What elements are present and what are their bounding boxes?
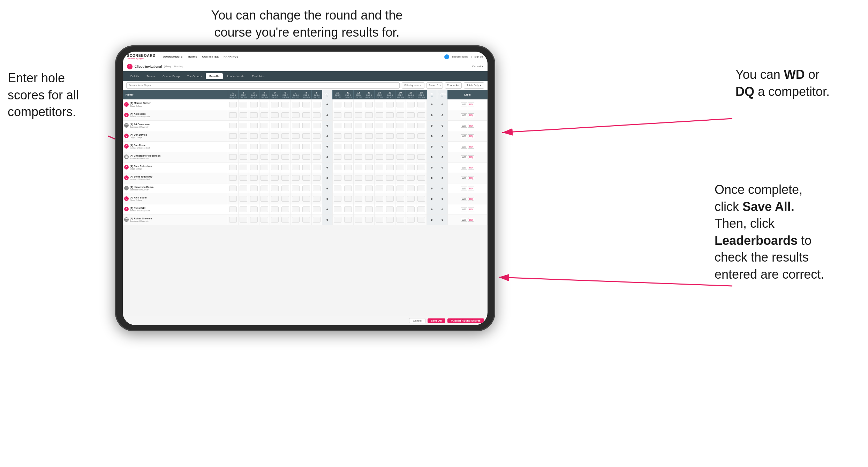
hole-7-input-6[interactable] (290, 162, 301, 173)
hole-15-input-8[interactable] (385, 183, 395, 194)
hole-4-input-1[interactable] (259, 110, 270, 120)
hole-9-input-2[interactable] (311, 120, 322, 131)
hole-16-input-9[interactable] (395, 194, 406, 204)
hole-15-input-9[interactable] (385, 194, 395, 204)
hole-6-input-8[interactable] (280, 183, 290, 194)
hole-11-input-4[interactable] (343, 141, 353, 152)
hole-12-input-0[interactable] (353, 99, 364, 110)
hole-17-input-7[interactable] (406, 173, 416, 183)
hole-16-input-7[interactable] (395, 173, 406, 183)
hole-14-input-8[interactable] (374, 183, 385, 194)
hole-6-input-0[interactable] (280, 99, 290, 110)
hole-9-input-11[interactable] (311, 214, 322, 225)
hole-4-input-4[interactable] (259, 141, 270, 152)
hole-11-input-5[interactable] (343, 152, 353, 162)
hole-18-input-10[interactable] (416, 204, 427, 214)
cancel-button[interactable]: Cancel (409, 318, 425, 323)
hole-15-input-0[interactable] (385, 99, 395, 110)
hole-13-input-11[interactable] (364, 214, 374, 225)
hole-13-input-4[interactable] (364, 141, 374, 152)
hole-11-input-1[interactable] (343, 110, 353, 120)
dq-button-9[interactable]: DQ (468, 197, 474, 201)
hole-8-input-3[interactable] (301, 131, 311, 141)
hole-17-input-0[interactable] (406, 99, 416, 110)
hole-3-input-7[interactable] (249, 173, 259, 183)
hole-12-input-2[interactable] (353, 120, 364, 131)
hole-8-input-5[interactable] (301, 152, 311, 162)
hole-1-input-10[interactable] (228, 204, 238, 214)
hole-4-input-10[interactable] (259, 204, 270, 214)
hole-15-input-10[interactable] (385, 204, 395, 214)
hole-15-input-7[interactable] (385, 173, 395, 183)
hole-9-input-4[interactable] (311, 141, 322, 152)
hole-15-input-6[interactable] (385, 162, 395, 173)
hole-15-input-1[interactable] (385, 110, 395, 120)
hole-14-input-3[interactable] (374, 131, 385, 141)
dq-button-1[interactable]: DQ (468, 113, 474, 117)
dq-button-10[interactable]: DQ (468, 208, 474, 211)
wd-button-5[interactable]: WD (461, 155, 467, 159)
hole-5-input-9[interactable] (270, 194, 280, 204)
hole-7-input-7[interactable] (290, 173, 301, 183)
hole-1-input-6[interactable] (228, 162, 238, 173)
wd-button-9[interactable]: WD (461, 197, 467, 201)
hole-10-input-4[interactable] (332, 141, 343, 152)
hole-12-input-9[interactable] (353, 194, 364, 204)
wd-button-0[interactable]: WD (461, 103, 467, 106)
hole-16-input-3[interactable] (395, 131, 406, 141)
tab-details[interactable]: Details (127, 73, 142, 79)
hole-18-input-6[interactable] (416, 162, 427, 173)
dq-button-11[interactable]: DQ (468, 218, 474, 222)
hole-2-input-10[interactable] (238, 204, 249, 214)
hole-7-input-1[interactable] (290, 110, 301, 120)
hole-13-input-10[interactable] (364, 204, 374, 214)
publish-button[interactable]: Publish Round Scores (447, 318, 484, 323)
hole-7-input-2[interactable] (290, 120, 301, 131)
round-select[interactable]: Round 1 ▾ (427, 82, 443, 89)
hole-9-input-9[interactable] (311, 194, 322, 204)
hole-12-input-5[interactable] (353, 152, 364, 162)
hole-3-input-0[interactable] (249, 99, 259, 110)
hole-8-input-2[interactable] (301, 120, 311, 131)
hole-7-input-10[interactable] (290, 204, 301, 214)
hole-17-input-3[interactable] (406, 131, 416, 141)
hole-9-input-1[interactable] (311, 110, 322, 120)
hole-18-input-0[interactable] (416, 99, 427, 110)
hole-14-input-6[interactable] (374, 162, 385, 173)
hole-4-input-3[interactable] (259, 131, 270, 141)
hole-16-input-8[interactable] (395, 183, 406, 194)
hole-12-input-4[interactable] (353, 141, 364, 152)
hole-5-input-4[interactable] (270, 141, 280, 152)
dq-button-3[interactable]: DQ (468, 134, 474, 138)
tab-leaderboards[interactable]: Leaderboards (224, 73, 248, 79)
hole-2-input-11[interactable] (238, 214, 249, 225)
hole-18-input-4[interactable] (416, 141, 427, 152)
hole-6-input-3[interactable] (280, 131, 290, 141)
wd-button-4[interactable]: WD (461, 145, 467, 149)
hole-2-input-0[interactable] (238, 99, 249, 110)
hole-11-input-6[interactable] (343, 162, 353, 173)
hole-7-input-5[interactable] (290, 152, 301, 162)
hole-18-input-5[interactable] (416, 152, 427, 162)
hole-5-input-2[interactable] (270, 120, 280, 131)
hole-14-input-4[interactable] (374, 141, 385, 152)
hole-17-input-8[interactable] (406, 183, 416, 194)
hole-2-input-8[interactable] (238, 183, 249, 194)
hole-10-input-3[interactable] (332, 131, 343, 141)
hole-17-input-4[interactable] (406, 141, 416, 152)
tab-results[interactable]: Results (206, 73, 223, 79)
hole-5-input-0[interactable] (270, 99, 280, 110)
wd-button-3[interactable]: WD (461, 134, 467, 138)
hole-16-input-1[interactable] (395, 110, 406, 120)
hole-1-input-1[interactable] (228, 110, 238, 120)
hole-10-input-5[interactable] (332, 152, 343, 162)
hole-18-input-3[interactable] (416, 131, 427, 141)
wd-button-11[interactable]: WD (461, 218, 467, 222)
hole-12-input-3[interactable] (353, 131, 364, 141)
hole-17-input-2[interactable] (406, 120, 416, 131)
hole-3-input-6[interactable] (249, 162, 259, 173)
hole-11-input-11[interactable] (343, 214, 353, 225)
hole-5-input-1[interactable] (270, 110, 280, 120)
hole-10-input-7[interactable] (332, 173, 343, 183)
hole-9-input-5[interactable] (311, 152, 322, 162)
